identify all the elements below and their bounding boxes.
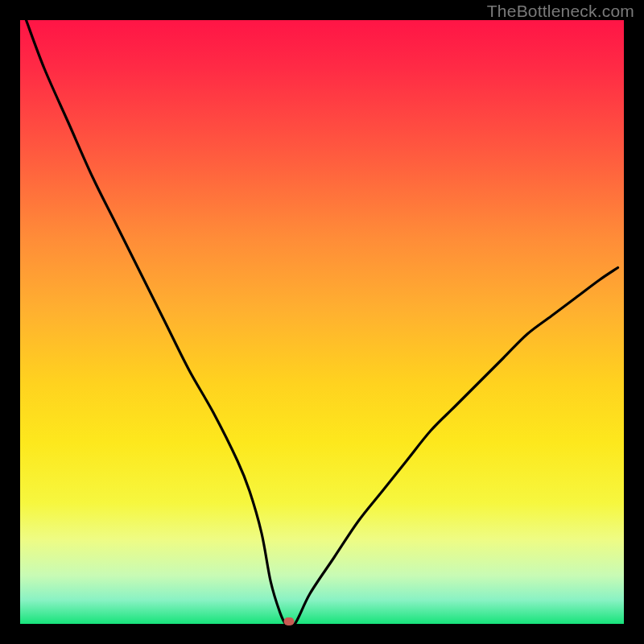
optimal-point-marker <box>283 617 294 625</box>
chart-frame: TheBottleneck.com <box>0 0 644 644</box>
watermark-text: TheBottleneck.com <box>487 2 634 21</box>
plot-area <box>20 20 624 624</box>
bottleneck-curve <box>20 20 624 624</box>
